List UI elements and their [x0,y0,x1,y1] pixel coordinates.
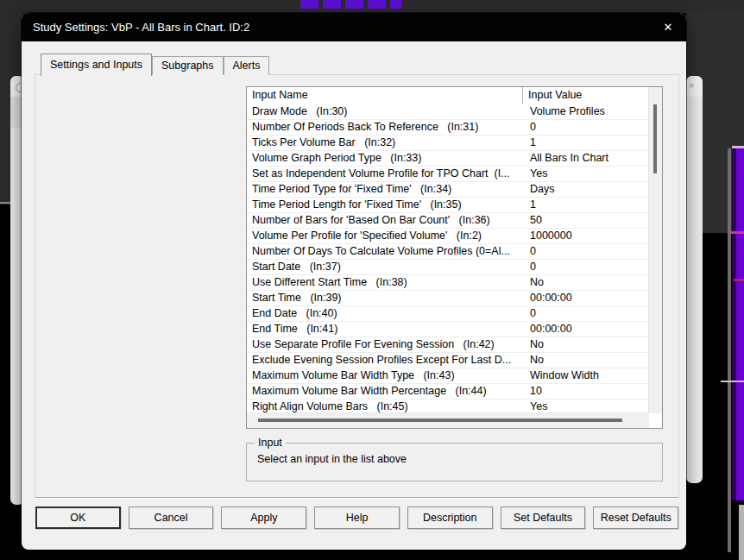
background-window-right: × [686,76,703,483]
background-chart-magenta-dash [734,279,744,281]
input-value-cell: 0 [524,120,649,135]
background-chart-line [721,381,744,382]
vertical-scrollbar[interactable] [648,87,662,413]
input-value-cell: No [524,353,649,368]
inputs-table-header[interactable]: Input Name Input Value [247,87,662,105]
table-row[interactable]: Ticks Per Volume Bar (In:32)1 [247,135,649,151]
input-groupbox-message: Select an input in the list above [257,453,407,465]
input-value-cell: 00:00:00 [524,322,649,337]
input-value-cell: Days [524,182,649,197]
close-icon: ✕ [664,21,673,34]
input-name-cell: Start Date (In:37) [247,260,524,274]
table-row[interactable]: End Time (In:41)00:00:00 [247,322,649,337]
input-value-cell: 50 [524,213,649,228]
tab-settings-and-inputs[interactable]: Settings and Inputs [41,53,152,76]
table-row[interactable]: Number Of Periods Back To Reference (In:… [247,120,649,135]
input-value-cell: Window Width [524,368,649,383]
table-row[interactable]: Use Different Start Time (In:38)No [247,275,649,291]
tab-subgraphs[interactable]: Subgraphs [152,56,223,75]
horizontal-scrollbar-thumb[interactable] [258,418,622,422]
background-chart-purple-bar [732,148,744,500]
close-button[interactable]: ✕ [650,13,686,41]
column-header-input-value[interactable]: Input Value [523,87,662,104]
input-name-cell: Ticks Per Volume Bar (In:32) [247,135,524,150]
table-row[interactable]: Maximum Volume Bar Width Type (In:43)Win… [247,368,649,384]
input-name-cell: End Date (In:40) [247,306,524,321]
purple-square [300,0,318,9]
table-row[interactable]: Start Time (In:39)00:00:00 [247,291,649,306]
input-value-cell: 1 [524,198,649,212]
table-row[interactable]: Time Period Type for 'Fixed Time' (In:34… [247,182,649,198]
table-row[interactable]: Number of Bars for 'Based On Bar Count' … [247,213,649,229]
table-row[interactable]: Time Period Length for 'Fixed Time' (In:… [247,198,649,213]
reset-defaults-button[interactable]: Reset Defaults [593,507,678,529]
background-window-right-header: × [686,76,703,97]
ok-button[interactable]: OK [35,507,121,529]
input-name-cell: Volume Graph Period Type (In:33) [247,151,524,166]
table-row[interactable]: End Date (In:40)0 [247,306,649,322]
input-name-cell: Start Time (In:39) [247,291,524,305]
cancel-button[interactable]: Cancel [129,507,214,529]
input-name-cell: Right Align Volume Bars (In:45) [247,400,524,413]
input-name-cell: Maximum Volume Bar Width Percentage (In:… [247,384,524,399]
input-name-cell: Time Period Length for 'Fixed Time' (In:… [247,198,524,212]
table-row[interactable]: Start Date (In:37)0 [247,260,649,275]
study-settings-dialog: Study Settings: VbP - All Bars in Chart.… [22,13,686,550]
horizontal-scrollbar[interactable] [247,412,649,428]
input-value-cell: All Bars In Chart [524,151,649,166]
input-value-cell: Volume Profiles [524,104,649,119]
purple-square [390,0,401,9]
input-name-cell: Maximum Volume Bar Width Type (In:43) [247,368,524,383]
input-value-cell: Yes [524,167,649,181]
input-value-cell: 0 [524,306,649,321]
apply-button[interactable]: Apply [221,507,306,529]
purple-square [323,0,341,9]
inputs-table: Input Name Input Value Draw Mode (In:30)… [246,86,663,429]
vertical-scrollbar-thumb[interactable] [653,104,657,173]
input-name-cell: Use Separate Profile For Evening Session… [247,337,524,352]
background-gray-strip [739,505,744,560]
input-name-cell: Use Different Start Time (In:38) [247,275,524,290]
help-button[interactable]: Help [314,507,400,529]
input-value-cell: 0 [524,244,649,259]
purple-square [345,0,363,9]
background-chart-bar-cap [732,146,744,148]
input-name-cell: Set as Independent Volume Profile for TP… [247,167,524,181]
input-value-cell: 1 [524,135,649,150]
table-row[interactable]: Maximum Volume Bar Width Percentage (In:… [247,384,649,400]
tab-alerts[interactable]: Alerts [224,56,270,75]
description-button[interactable]: Description [407,507,493,529]
inputs-table-body: Draw Mode (In:30)Volume ProfilesNumber O… [247,104,649,413]
table-row[interactable]: Set as Independent Volume Profile for TP… [247,167,649,182]
table-row[interactable]: Exclude Evening Session Profiles Except … [247,353,649,368]
input-value-cell: 1000000 [524,229,649,243]
input-value-cell: No [524,337,649,352]
table-row[interactable]: Number Of Days To Calculate Volume Profi… [247,244,649,260]
table-row[interactable]: Right Align Volume Bars (In:45)Yes [247,400,649,413]
input-name-cell: Number Of Days To Calculate Volume Profi… [247,244,524,259]
dialog-button-row: OKCancelApplyHelpDescriptionSet Defaults… [35,507,678,529]
input-name-cell: Volume Per Profile for 'Specified Volume… [247,229,524,243]
input-value-cell: Yes [524,400,649,413]
table-row[interactable]: Volume Graph Period Type (In:33)All Bars… [247,151,649,167]
table-row[interactable]: Volume Per Profile for 'Specified Volume… [247,229,649,244]
input-groupbox-label: Input [255,437,286,449]
background-chart-gridline [728,148,731,552]
input-value-cell: 00:00:00 [524,291,649,305]
input-value-cell: 10 [524,384,649,399]
background-close-icon: × [689,80,694,91]
input-name-cell: Number of Bars for 'Based On Bar Count' … [247,213,524,228]
input-name-cell: End Time (In:41) [247,322,524,337]
input-name-cell: Number Of Periods Back To Reference (In:… [247,120,524,135]
set-defaults-button[interactable]: Set Defaults [501,507,586,529]
input-value-cell: 0 [524,260,649,274]
desktop-background: { "window": { "title": "Study Settings: … [0,0,744,560]
dialog-title-bar[interactable]: Study Settings: VbP - All Bars in Chart.… [22,13,686,41]
table-row[interactable]: Draw Mode (In:30)Volume Profiles [247,104,649,120]
column-header-input-name[interactable]: Input Name [247,87,523,104]
purple-square [368,0,386,9]
table-row[interactable]: Use Separate Profile For Evening Session… [247,337,649,353]
input-name-cell: Time Period Type for 'Fixed Time' (In:34… [247,182,524,197]
input-name-cell: Exclude Evening Session Profiles Except … [247,353,524,368]
input-value-cell: No [524,275,649,290]
